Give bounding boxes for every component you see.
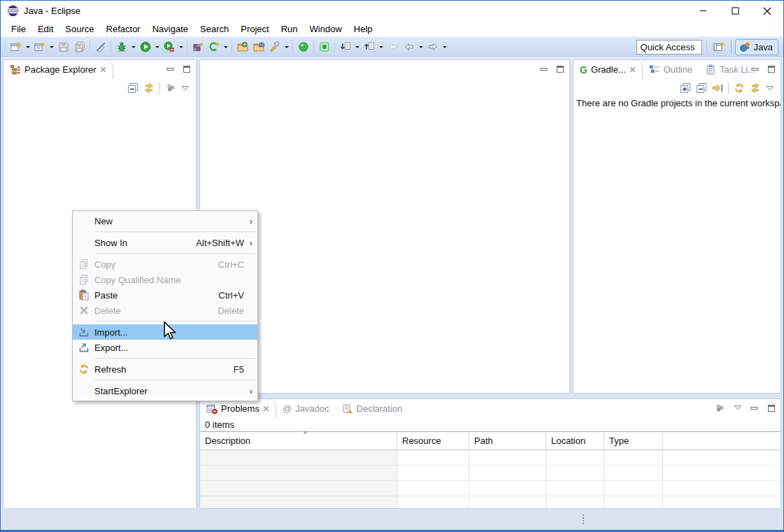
view-menu-chevron-icon[interactable]: [181, 85, 190, 91]
tab-javadoc[interactable]: @ Javadoc: [276, 399, 336, 418]
close-window-button[interactable]: [751, 1, 783, 21]
new-wizard-dropdown[interactable]: [24, 38, 31, 55]
column-header-path[interactable]: Path: [469, 432, 546, 450]
new-project-grid-button[interactable]: [190, 38, 206, 55]
back-to-last-edit-arrow-button[interactable]: [385, 38, 401, 55]
toolbar-drag-handle[interactable]: [311, 39, 316, 55]
menu-help[interactable]: Help: [348, 22, 379, 36]
next-annotation-dropdown[interactable]: [353, 38, 361, 55]
maximize-view-icon[interactable]: [767, 404, 776, 412]
refresh-gradle-icon[interactable]: [734, 82, 745, 94]
new-menu-button[interactable]: [31, 38, 48, 55]
maximize-view-icon[interactable]: [767, 65, 776, 73]
maximize-view-icon[interactable]: [556, 65, 564, 73]
debug-dropdown[interactable]: [129, 38, 137, 55]
toolbar-drag-handle[interactable]: [108, 39, 113, 55]
save-all-button[interactable]: [71, 38, 87, 55]
context-menu-item-show-in[interactable]: Show In Alt+Shift+W ›: [73, 235, 257, 250]
column-header-type[interactable]: Type: [604, 432, 663, 450]
collapse-all-icon[interactable]: [127, 82, 138, 94]
java-perspective-button[interactable]: Java: [735, 39, 778, 55]
minimize-view-icon[interactable]: [166, 65, 175, 73]
menu-source[interactable]: Source: [59, 22, 100, 36]
tab-package-explorer[interactable]: Package Explorer: [3, 60, 113, 79]
toolbar-drag-handle[interactable]: [332, 39, 337, 55]
run-button[interactable]: [137, 38, 153, 55]
view-menu-icon[interactable]: [165, 82, 176, 94]
view-menu-chevron-icon[interactable]: [734, 405, 742, 410]
tab-problems[interactable]: Problems: [200, 399, 276, 418]
context-menu-item-copy-qualified-name[interactable]: Copy Qualified Name: [73, 272, 257, 287]
forward-dropdown[interactable]: [441, 38, 448, 55]
minimize-view-icon[interactable]: [750, 404, 759, 412]
quick-access-input[interactable]: Quick Access: [636, 40, 702, 55]
search-dropdown[interactable]: [283, 38, 290, 55]
new-menu-dropdown[interactable]: [48, 38, 55, 55]
context-menu-item-new[interactable]: New ›: [73, 213, 257, 229]
maximize-window-button[interactable]: [719, 1, 751, 21]
menu-edit[interactable]: Edit: [32, 22, 59, 36]
maximize-view-icon[interactable]: [183, 65, 191, 73]
close-tab-icon[interactable]: [100, 66, 106, 73]
search-button[interactable]: [266, 38, 283, 55]
link-with-editor-icon[interactable]: [750, 82, 761, 94]
tab-declaration[interactable]: Declaration: [336, 399, 409, 418]
tab-outline[interactable]: Outline: [643, 60, 699, 79]
context-menu-item-copy[interactable]: Copy Ctrl+C: [73, 257, 257, 272]
context-menu-item-paste[interactable]: Paste Ctrl+V: [73, 287, 257, 303]
save-button[interactable]: [55, 38, 71, 55]
refresh-c-button[interactable]: [206, 38, 222, 55]
perspective-bar-drag-handle[interactable]: [704, 39, 709, 55]
minimize-window-button[interactable]: [687, 1, 719, 21]
context-menu-item-delete[interactable]: Delete Delete: [73, 303, 257, 318]
toolbar-drag-handle[interactable]: [185, 39, 190, 55]
open-task-folder-button[interactable]: [250, 38, 266, 55]
menu-refactor[interactable]: Refactor: [101, 22, 147, 36]
toolbar-drag-handle[interactable]: [229, 39, 234, 55]
refresh-c-dropdown[interactable]: [222, 38, 229, 55]
minimize-view-icon[interactable]: [751, 65, 760, 73]
goto-source-icon[interactable]: [712, 82, 723, 94]
last-edit-location-button[interactable]: [295, 38, 311, 55]
skip-all-breakpoints-button[interactable]: [92, 38, 108, 55]
run-dropdown[interactable]: [153, 38, 161, 55]
menu-file[interactable]: File: [6, 22, 32, 36]
close-tab-icon[interactable]: [263, 405, 269, 412]
close-tab-icon[interactable]: [629, 66, 636, 73]
next-annotation-button[interactable]: [337, 38, 353, 55]
minimize-view-icon[interactable]: [540, 65, 548, 73]
previous-annotation-button[interactable]: [361, 38, 377, 55]
gradle-toolbar: [573, 79, 781, 96]
menu-window[interactable]: Window: [304, 22, 348, 36]
open-perspective-button[interactable]: [711, 38, 727, 55]
back-to-last-edit-button[interactable]: [316, 38, 332, 55]
view-menu-chevron-icon[interactable]: [766, 85, 774, 91]
new-wizard-button[interactable]: [8, 38, 24, 55]
context-menu-item-startexplorer[interactable]: StartExplorer ›: [73, 383, 257, 398]
context-menu-item-refresh[interactable]: Refresh F5: [73, 361, 257, 377]
menu-run[interactable]: Run: [276, 22, 304, 36]
previous-annotation-dropdown[interactable]: [377, 38, 385, 55]
status-bar-grip[interactable]: [583, 515, 584, 524]
forward-button[interactable]: [425, 38, 441, 55]
menu-project[interactable]: Project: [235, 22, 275, 36]
link-with-editor-icon[interactable]: [143, 82, 155, 94]
expand-all-icon[interactable]: [680, 82, 691, 94]
column-header-location[interactable]: Location: [546, 432, 604, 450]
toolbar-drag-handle[interactable]: [87, 39, 92, 55]
open-web-folder-button[interactable]: [234, 38, 250, 55]
coverage-button[interactable]: [161, 38, 177, 55]
collapse-all-icon[interactable]: [696, 82, 707, 94]
toolbar-drag-handle[interactable]: [290, 39, 295, 55]
menu-navigate[interactable]: Navigate: [147, 22, 194, 36]
debug-button[interactable]: [113, 38, 129, 55]
column-header-description[interactable]: Description: [200, 432, 397, 450]
filters-icon[interactable]: [714, 403, 725, 414]
toolbar-drag-handle[interactable]: [3, 39, 8, 55]
tab-gradle-tasks[interactable]: G Gradle...: [573, 60, 643, 79]
menu-search[interactable]: Search: [194, 22, 235, 36]
back-button[interactable]: [401, 38, 417, 55]
column-header-resource[interactable]: Resource: [397, 432, 469, 450]
back-dropdown[interactable]: [417, 38, 425, 55]
coverage-dropdown[interactable]: [177, 38, 185, 55]
